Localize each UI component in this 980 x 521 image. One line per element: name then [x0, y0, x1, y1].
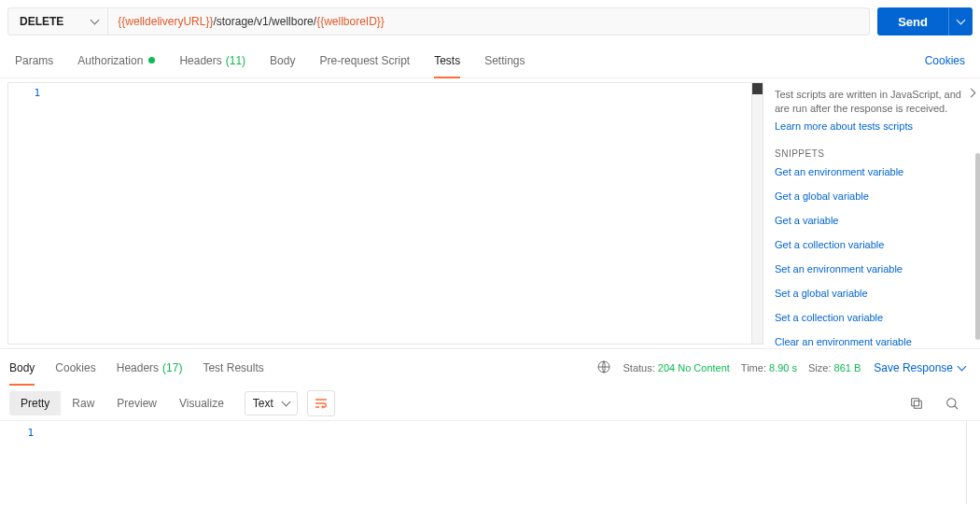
tab-body[interactable]: Body	[270, 43, 295, 77]
tab-count: (11)	[226, 54, 245, 67]
time-block: Time: 8.90 s	[741, 362, 797, 373]
chevron-down-icon	[281, 398, 290, 407]
search-response-button[interactable]	[939, 390, 965, 416]
tab-label: Cookies	[55, 361, 95, 374]
url-path-1: /storage/v1/wellbore/	[213, 15, 316, 28]
view-preview[interactable]: Preview	[105, 391, 168, 415]
chevron-down-icon	[958, 362, 967, 372]
editor-minimap-scrollbar[interactable]	[751, 83, 763, 344]
snippet-set-global-var[interactable]: Set a global variable	[775, 288, 971, 299]
body-view-mode: Pretty Raw Preview Visualize	[9, 391, 235, 415]
tab-label: Body	[9, 361, 35, 374]
svg-point-3	[947, 399, 956, 407]
status-dot-icon	[148, 57, 155, 63]
body-type-label: Text	[253, 397, 273, 410]
line-number: 1	[8, 87, 40, 99]
line-number: 1	[0, 427, 34, 439]
response-body-editor[interactable]	[45, 421, 980, 504]
view-visualize[interactable]: Visualize	[168, 391, 235, 415]
tab-settings[interactable]: Settings	[484, 43, 525, 77]
url-var-1: {{welldeliveryURL}}	[118, 15, 213, 28]
save-response-label: Save Response	[874, 361, 953, 374]
tab-tests[interactable]: Tests	[434, 43, 460, 77]
url-var-2: {{wellboreID}}	[316, 15, 385, 28]
tab-params[interactable]: Params	[15, 43, 53, 77]
resp-tab-body[interactable]: Body	[9, 349, 35, 387]
status-label: Status:	[623, 362, 654, 373]
snippet-get-collection-var[interactable]: Get a collection variable	[775, 239, 971, 250]
view-raw[interactable]: Raw	[61, 391, 105, 415]
snippets-help-text: Test scripts are written in JavaScript, …	[775, 88, 971, 117]
tab-authorization[interactable]: Authorization	[77, 43, 155, 77]
tab-label: Test Results	[203, 361, 263, 374]
resp-tab-cookies[interactable]: Cookies	[55, 349, 95, 387]
snippets-scrollbar[interactable]	[975, 153, 980, 340]
time-label: Time:	[741, 362, 766, 373]
tab-count: (17)	[162, 361, 182, 374]
send-button[interactable]: Send	[877, 7, 948, 35]
tab-label: Settings	[484, 54, 525, 67]
size-value: 861 B	[834, 362, 861, 373]
svg-rect-1	[914, 401, 921, 408]
size-label: Size:	[808, 362, 831, 373]
copy-response-button[interactable]	[903, 390, 930, 416]
tab-label: Tests	[434, 54, 460, 67]
snippet-clear-env-var[interactable]: Clear an environment variable	[775, 336, 971, 347]
body-type-select[interactable]: Text	[245, 391, 298, 415]
network-icon[interactable]	[596, 359, 611, 376]
chevron-down-icon	[957, 16, 966, 25]
url-input[interactable]: {{welldeliveryURL}}/storage/v1/wellbore/…	[108, 8, 869, 35]
chevron-down-icon	[91, 16, 100, 25]
view-pretty[interactable]: Pretty	[9, 391, 61, 415]
tab-label: Body	[270, 54, 295, 67]
ruler-line	[966, 421, 967, 504]
learn-more-link[interactable]: Learn more about tests scripts	[775, 120, 971, 132]
time-value: 8.90 s	[769, 362, 797, 373]
snippets-heading: SNIPPETS	[775, 148, 971, 159]
http-method-label: DELETE	[20, 15, 63, 28]
tab-label: Pre-request Script	[319, 54, 410, 67]
resp-tab-test-results[interactable]: Test Results	[203, 349, 263, 387]
cookies-link[interactable]: Cookies	[925, 54, 965, 67]
snippet-set-env-var[interactable]: Set an environment variable	[775, 263, 971, 275]
snippet-get-env-var[interactable]: Get an environment variable	[775, 166, 971, 177]
tab-label: Authorization	[77, 54, 143, 67]
resp-tab-headers[interactable]: Headers(17)	[117, 349, 183, 387]
tab-headers[interactable]: Headers(11)	[179, 43, 245, 77]
send-dropdown-button[interactable]	[948, 7, 973, 35]
status-block: Status: 204 No Content	[623, 362, 729, 373]
tab-prerequest[interactable]: Pre-request Script	[319, 43, 410, 77]
snippet-get-var[interactable]: Get a variable	[775, 215, 971, 226]
tab-label: Headers	[117, 361, 159, 374]
svg-rect-2	[912, 399, 919, 406]
snippet-set-collection-var[interactable]: Set a collection variable	[775, 312, 971, 323]
line-wrap-button[interactable]	[307, 390, 335, 416]
size-block: Size: 861 B	[808, 362, 861, 373]
tab-label: Params	[15, 54, 53, 67]
tests-editor[interactable]: 1	[7, 82, 763, 345]
tab-label: Headers	[179, 54, 221, 67]
save-response-dropdown[interactable]: Save Response	[874, 361, 965, 374]
status-value: 204 No Content	[658, 362, 730, 373]
snippet-get-global-var[interactable]: Get a global variable	[775, 190, 971, 202]
http-method-select[interactable]: DELETE	[8, 8, 108, 35]
